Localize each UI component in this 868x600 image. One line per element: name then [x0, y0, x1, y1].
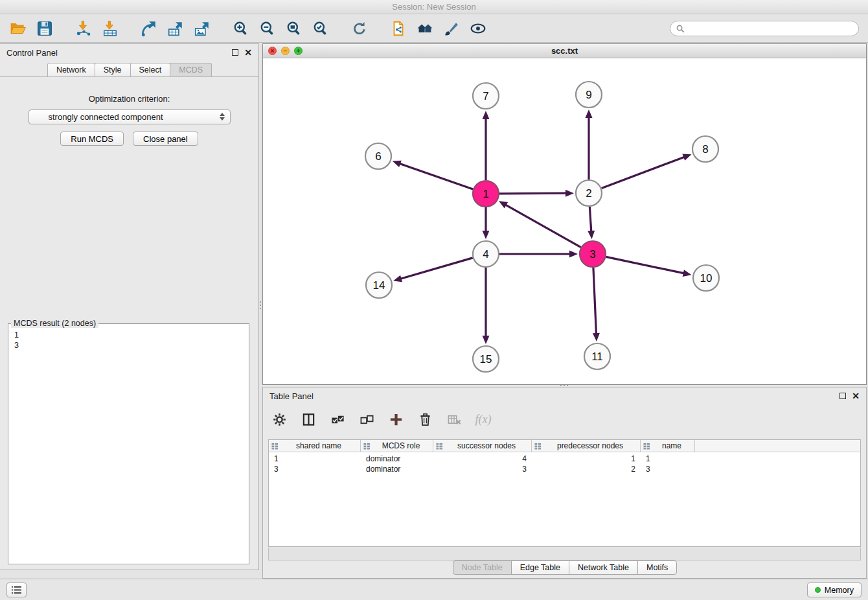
- memory-status-icon: [815, 587, 821, 593]
- graph-edge-3-11[interactable]: [593, 268, 597, 335]
- column-header-shared-name[interactable]: shared name: [269, 440, 361, 452]
- table-cell[interactable]: 1: [641, 454, 695, 463]
- table-cell[interactable]: 2: [532, 465, 641, 474]
- zoom-out-icon[interactable]: [258, 19, 277, 38]
- show-columns-icon[interactable]: [300, 411, 317, 428]
- column-sort-icon: [436, 443, 443, 450]
- eye-icon[interactable]: [469, 19, 487, 38]
- save-session-icon[interactable]: [36, 19, 54, 38]
- graph-edge-arrowhead: [569, 251, 578, 258]
- graph-edge-arrowhead: [393, 275, 402, 283]
- close-panel-button[interactable]: Close panel: [133, 132, 198, 146]
- table-tab-node-table[interactable]: Node Table: [453, 560, 512, 575]
- control-tab-style[interactable]: Style: [95, 63, 131, 76]
- column-sort-icon: [271, 443, 279, 450]
- column-sort-icon: [643, 443, 650, 450]
- export-network-icon[interactable]: [140, 19, 158, 38]
- toolbar-group: [74, 19, 119, 38]
- graph-edge-3-10[interactable]: [606, 257, 685, 273]
- network-graph[interactable]: 7968124314101511: [263, 58, 866, 384]
- column-header-name[interactable]: name: [641, 440, 695, 452]
- window-minimize-icon[interactable]: −: [281, 47, 290, 55]
- graph-node-label-14: 14: [373, 279, 385, 292]
- graph-node-label-10: 10: [700, 272, 713, 284]
- import-table-icon[interactable]: [101, 19, 119, 38]
- table-tab-edge-table[interactable]: Edge Table: [511, 560, 569, 575]
- home-icon[interactable]: [416, 19, 434, 38]
- table-cell[interactable]: 1: [269, 454, 361, 463]
- mcds-result-item[interactable]: 1: [14, 330, 243, 340]
- window-zoom-icon[interactable]: +: [294, 47, 303, 55]
- graph-node-label-7: 7: [483, 90, 488, 102]
- table-cell[interactable]: 3: [641, 465, 695, 474]
- graph-edge-arrowhead: [483, 111, 490, 119]
- toolbar-icon-groups: [9, 19, 508, 38]
- table-cell[interactable]: 4: [433, 454, 532, 463]
- graph-edge-4-14[interactable]: [400, 258, 473, 279]
- network-canvas[interactable]: 7968124314101511: [263, 58, 866, 384]
- graph-node-label-3: 3: [589, 248, 595, 260]
- close-panel-icon[interactable]: ✕: [244, 49, 252, 56]
- table-row[interactable]: 3dominator323: [269, 464, 860, 474]
- workspace-area: × − + scc.txt 7968124314101511 Table Pan…: [262, 43, 868, 579]
- graph-edge-2-8[interactable]: [602, 157, 685, 189]
- graph-edge-arrowhead: [586, 110, 593, 118]
- table-cell[interactable]: 3: [269, 465, 361, 474]
- memory-button[interactable]: Memory: [807, 583, 862, 597]
- column-header-successor-nodes[interactable]: successor nodes: [433, 440, 532, 452]
- deselect-all-rows-icon[interactable]: [358, 411, 375, 428]
- control-tab-mcds[interactable]: MCDS: [170, 63, 212, 76]
- add-row-icon[interactable]: [387, 411, 404, 428]
- mcds-result-list: 13: [8, 328, 249, 352]
- graph-edge-arrowhead: [393, 161, 402, 167]
- table-cell[interactable]: dominator: [361, 465, 433, 474]
- table-body: 1dominator4113dominator323: [269, 452, 860, 474]
- main-toolbar: [0, 15, 868, 43]
- table-tab-network-table[interactable]: Network Table: [569, 560, 638, 575]
- run-mcds-button[interactable]: Run MCDS: [60, 132, 124, 146]
- graph-edge-arrowhead: [565, 190, 574, 197]
- table-cell[interactable]: dominator: [361, 454, 433, 463]
- search-field[interactable]: [670, 21, 859, 36]
- window-close-icon[interactable]: ×: [268, 47, 277, 55]
- zoom-selected-icon[interactable]: [312, 19, 330, 38]
- search-input[interactable]: [688, 24, 852, 34]
- graph-edge-3-1[interactable]: [505, 204, 581, 247]
- import-network-icon[interactable]: [74, 19, 93, 38]
- delete-row-icon[interactable]: [417, 411, 433, 428]
- float-panel-icon[interactable]: [232, 49, 238, 56]
- criterion-dropdown[interactable]: strongly connected component: [29, 110, 231, 124]
- table-row[interactable]: 1dominator411: [269, 454, 860, 464]
- control-tab-select[interactable]: Select: [130, 63, 171, 76]
- table-cell[interactable]: 3: [433, 465, 532, 474]
- control-panel-title: Control Panel: [6, 48, 58, 58]
- graph-node-label-6: 6: [375, 150, 381, 163]
- column-header-predecessor-nodes[interactable]: predecessor nodes: [532, 440, 641, 452]
- table-horizontal-scrollbar[interactable]: [268, 548, 861, 560]
- graph-edge-1-6[interactable]: [398, 163, 473, 189]
- select-all-rows-icon[interactable]: [329, 411, 346, 428]
- settings-gear-icon[interactable]: [271, 411, 288, 428]
- appearance-icon[interactable]: [442, 19, 461, 38]
- mcds-result-item[interactable]: 3: [14, 340, 243, 351]
- control-tab-network[interactable]: Network: [47, 63, 95, 76]
- float-table-panel-icon[interactable]: [839, 393, 846, 399]
- table-cell[interactable]: 1: [532, 454, 641, 463]
- close-table-panel-icon[interactable]: ✕: [852, 393, 860, 399]
- export-table-icon[interactable]: [166, 19, 185, 38]
- duplicate-network-icon[interactable]: [389, 19, 407, 38]
- export-image-icon[interactable]: [193, 19, 211, 38]
- graph-edge-1-2[interactable]: [499, 193, 567, 194]
- graph-edge-2-3[interactable]: [589, 207, 591, 233]
- window-titlebar: Session: New Session: [0, 0, 868, 14]
- refresh-icon[interactable]: [350, 19, 369, 38]
- open-session-icon[interactable]: [9, 19, 27, 38]
- network-window: × − + scc.txt 7968124314101511: [262, 43, 867, 385]
- task-history-icon[interactable]: [6, 583, 27, 597]
- graph-node-label-4: 4: [483, 248, 488, 260]
- zoom-in-icon[interactable]: [232, 19, 250, 38]
- graph-node-label-1: 1: [483, 188, 488, 200]
- table-tab-motifs[interactable]: Motifs: [637, 560, 677, 575]
- zoom-fit-icon[interactable]: [285, 19, 303, 38]
- column-header-MCDS-role[interactable]: MCDS role: [361, 440, 433, 452]
